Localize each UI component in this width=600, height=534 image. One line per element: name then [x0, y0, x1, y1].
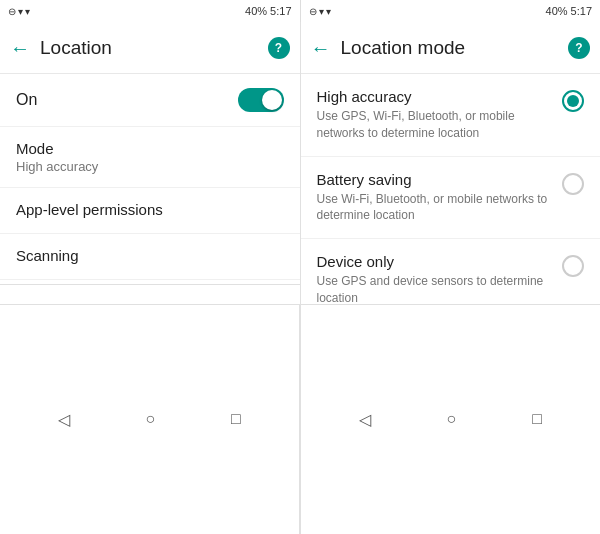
left-battery: 40% 5:17	[245, 5, 291, 17]
app-permissions-menu-item[interactable]: App-level permissions	[0, 188, 300, 234]
device-only-radio[interactable]	[562, 255, 584, 277]
high-accuracy-option[interactable]: High accuracy Use GPS, Wi-Fi, Bluetooth,…	[301, 74, 601, 157]
signal-icon: ▾	[18, 6, 23, 17]
left-status-icons: ⊖ ▾ ▾	[8, 6, 30, 17]
mode-title: Mode	[16, 140, 284, 157]
left-back-button[interactable]: ←	[10, 38, 30, 58]
mode-menu-item[interactable]: Mode High accuracy	[0, 127, 300, 188]
right-panel-content: High accuracy Use GPS, Wi-Fi, Bluetooth,…	[301, 74, 601, 304]
divider-1	[0, 284, 300, 285]
panels-container: ← Location ? On Mode High accuracy App-l…	[0, 22, 600, 534]
left-back-nav[interactable]: ◁	[48, 404, 80, 435]
left-panel-content: On Mode High accuracy App-level permissi…	[0, 74, 300, 304]
device-only-option[interactable]: Device only Use GPS and device sensors t…	[301, 239, 601, 303]
mode-sub: High accuracy	[16, 159, 284, 174]
scanning-menu-item[interactable]: Scanning	[0, 234, 300, 280]
right-nav-bar: ◁ ○ □	[301, 304, 601, 535]
right-status-icons: ⊖ ▾ ▾	[309, 6, 331, 17]
high-accuracy-sub: Use GPS, Wi-Fi, Bluetooth, or mobile net…	[317, 108, 551, 142]
scanning-title: Scanning	[16, 247, 284, 264]
location-toggle[interactable]	[238, 88, 284, 112]
right-help-button[interactable]: ?	[568, 37, 590, 59]
device-only-title: Device only	[317, 253, 551, 270]
left-panel-header: ← Location ?	[0, 22, 300, 74]
left-nav-bar: ◁ ○ □	[0, 304, 300, 535]
left-home-nav[interactable]: ○	[136, 404, 166, 434]
status-bar-left: ⊖ ▾ ▾ 40% 5:17	[0, 0, 300, 22]
right-home-nav[interactable]: ○	[437, 404, 467, 434]
right-panel-title: Location mode	[341, 37, 569, 59]
right-back-button[interactable]: ←	[311, 38, 331, 58]
left-recent-nav[interactable]: □	[221, 404, 251, 434]
high-accuracy-title: High accuracy	[317, 88, 551, 105]
minus-icon: ⊖	[8, 6, 16, 17]
right-recent-nav[interactable]: □	[522, 404, 552, 434]
device-only-text: Device only Use GPS and device sensors t…	[317, 253, 563, 303]
right-time-battery: 40% 5:17	[546, 5, 592, 17]
battery-saving-text: Battery saving Use Wi-Fi, Bluetooth, or …	[317, 171, 563, 225]
battery-saving-option[interactable]: Battery saving Use Wi-Fi, Bluetooth, or …	[301, 157, 601, 240]
left-help-button[interactable]: ?	[268, 37, 290, 59]
right-panel: ← Location mode ? High accuracy Use GPS,…	[301, 22, 601, 534]
status-bar: ⊖ ▾ ▾ 40% 5:17 ⊖ ▾ ▾ 40% 5:17	[0, 0, 600, 22]
battery-saving-sub: Use Wi-Fi, Bluetooth, or mobile networks…	[317, 191, 551, 225]
right-battery: 40% 5:17	[546, 5, 592, 17]
wifi-icon-r: ▾	[326, 6, 331, 17]
left-panel: ← Location ? On Mode High accuracy App-l…	[0, 22, 301, 534]
device-only-sub: Use GPS and device sensors to determine …	[317, 273, 551, 303]
status-bar-right: ⊖ ▾ ▾ 40% 5:17	[301, 0, 601, 22]
right-panel-header: ← Location mode ?	[301, 22, 601, 74]
left-panel-title: Location	[40, 37, 268, 59]
high-accuracy-radio[interactable]	[562, 90, 584, 112]
toggle-label: On	[16, 91, 37, 109]
battery-saving-title: Battery saving	[317, 171, 551, 188]
high-accuracy-text: High accuracy Use GPS, Wi-Fi, Bluetooth,…	[317, 88, 563, 142]
right-back-nav[interactable]: ◁	[349, 404, 381, 435]
left-time-battery: 40% 5:17	[245, 5, 291, 17]
signal-icon-r: ▾	[319, 6, 324, 17]
location-toggle-row[interactable]: On	[0, 74, 300, 127]
minus-icon-r: ⊖	[309, 6, 317, 17]
wifi-icon: ▾	[25, 6, 30, 17]
battery-saving-radio[interactable]	[562, 173, 584, 195]
recent-section-header: Recent location requests	[0, 289, 300, 304]
app-permissions-title: App-level permissions	[16, 201, 284, 218]
